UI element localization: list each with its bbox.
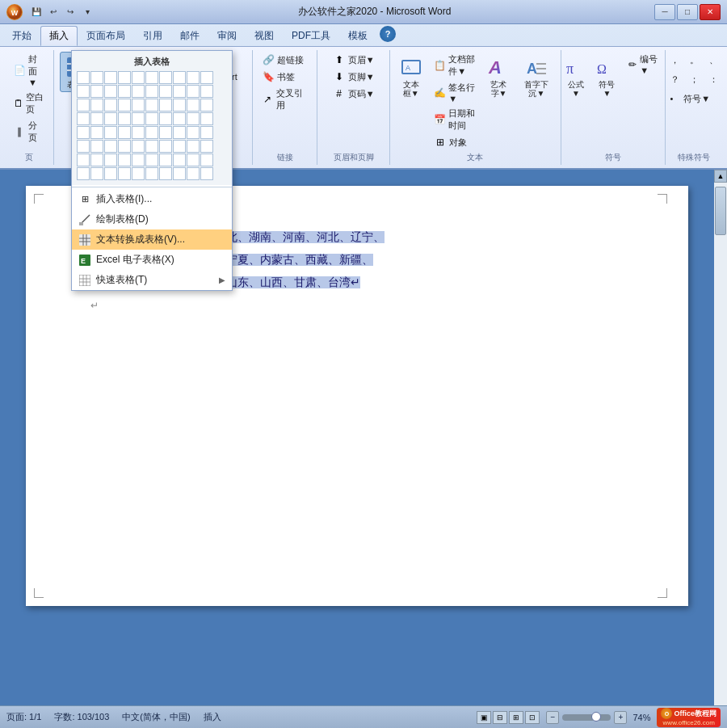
grid-cell[interactable] xyxy=(187,154,200,166)
datetime-btn[interactable]: 📅 日期和时间 xyxy=(430,106,480,133)
header-btn[interactable]: ⬆ 页眉▼ xyxy=(329,52,379,68)
grid-cell[interactable] xyxy=(173,154,186,166)
save-qa-btn[interactable]: 💾 xyxy=(29,6,44,19)
grid-cell[interactable] xyxy=(173,99,186,112)
dropcap-btn[interactable]: A 首字下沉▼ xyxy=(518,52,556,100)
grid-cell[interactable] xyxy=(77,126,90,139)
scroll-track[interactable] xyxy=(714,183,727,724)
footer-btn[interactable]: ⬇ 页脚▼ xyxy=(329,69,379,85)
grid-cell[interactable] xyxy=(159,71,172,84)
hyperlink-btn[interactable]: 🔗 超链接 xyxy=(258,52,312,68)
semicolon-btn[interactable]: ； xyxy=(686,71,703,87)
grid-cell[interactable] xyxy=(173,140,186,153)
grid-cell[interactable] xyxy=(118,167,131,180)
grid-cell[interactable] xyxy=(132,112,145,125)
grid-cell[interactable] xyxy=(173,167,186,180)
period-btn[interactable]: 。 xyxy=(686,52,703,68)
grid-cell[interactable] xyxy=(77,167,90,180)
grid-cell[interactable] xyxy=(200,154,213,166)
grid-cell[interactable] xyxy=(159,154,172,166)
page-break-btn[interactable]: ∥ 分页 xyxy=(10,118,48,145)
object-btn[interactable]: ⊞ 对象 xyxy=(430,134,480,150)
grid-cell[interactable] xyxy=(200,167,213,180)
draw-table-item[interactable]: 绘制表格(D) xyxy=(72,209,232,229)
grid-cell[interactable] xyxy=(200,140,213,153)
grid-cell[interactable] xyxy=(173,85,186,98)
grid-cell[interactable] xyxy=(200,85,213,98)
tab-start[interactable]: 开始 xyxy=(3,26,40,46)
tab-references[interactable]: 引用 xyxy=(134,26,171,46)
undo-qa-btn[interactable]: ↩ xyxy=(46,6,61,19)
grid-cell[interactable] xyxy=(118,112,131,125)
grid-cell[interactable] xyxy=(104,71,117,84)
comma-btn[interactable]: ， xyxy=(666,52,683,68)
grid-cell[interactable] xyxy=(104,126,117,139)
grid-cell[interactable] xyxy=(187,112,200,125)
grid-cell[interactable] xyxy=(118,140,131,153)
office-orb-icon[interactable]: W xyxy=(6,4,23,20)
grid-cell[interactable] xyxy=(118,154,131,166)
symbol-btn[interactable]: Ω 符号▼ xyxy=(592,52,621,100)
grid-cell[interactable] xyxy=(90,85,103,98)
grid-cell[interactable] xyxy=(173,71,186,84)
grid-cell[interactable] xyxy=(159,126,172,139)
tab-template[interactable]: 模板 xyxy=(339,26,376,46)
grid-cell[interactable] xyxy=(118,85,131,98)
enum-comma-btn[interactable]: 、 xyxy=(705,52,722,68)
close-button[interactable]: ✕ xyxy=(700,4,721,20)
maximize-button[interactable]: □ xyxy=(677,4,698,20)
grid-cell[interactable] xyxy=(187,71,200,84)
grid-cell[interactable] xyxy=(187,126,200,139)
view-btn-1[interactable]: ▣ xyxy=(477,711,491,724)
special-symbol-btn[interactable]: 符号▼ xyxy=(679,90,714,107)
grid-cell[interactable] xyxy=(118,126,131,139)
grid-cell[interactable] xyxy=(90,140,103,153)
grid-cell[interactable] xyxy=(90,112,103,125)
signature-btn[interactable]: ✍ 签名行▼ xyxy=(430,80,480,105)
grid-cell[interactable] xyxy=(132,85,145,98)
qa-dropdown-btn[interactable]: ▾ xyxy=(80,6,95,19)
question-btn[interactable]: ？ xyxy=(666,71,683,87)
scroll-thumb[interactable] xyxy=(715,187,726,235)
docparts-btn[interactable]: 📋 文档部件▼ xyxy=(430,52,480,79)
textbox-btn[interactable]: A 文本框▼ xyxy=(395,52,427,100)
view-btn-3[interactable]: ⊞ xyxy=(509,711,523,724)
grid-cell[interactable] xyxy=(132,140,145,153)
grid-cell[interactable] xyxy=(104,85,117,98)
grid-cell[interactable] xyxy=(132,126,145,139)
grid-cell[interactable] xyxy=(173,126,186,139)
grid-cell[interactable] xyxy=(90,71,103,84)
zoom-handle[interactable] xyxy=(591,712,601,722)
zoom-slider[interactable] xyxy=(562,714,611,721)
grid-cell[interactable] xyxy=(145,112,158,125)
grid-cell[interactable] xyxy=(145,167,158,180)
zoom-out-btn[interactable]: − xyxy=(546,711,559,724)
grid-cell[interactable] xyxy=(145,99,158,112)
grid-cell[interactable] xyxy=(159,85,172,98)
grid-cell[interactable] xyxy=(77,140,90,153)
pagenum-btn[interactable]: # 页码▼ xyxy=(329,86,379,102)
tab-mail[interactable]: 邮件 xyxy=(171,26,208,46)
grid-cell[interactable] xyxy=(145,71,158,84)
grid-cell[interactable] xyxy=(200,112,213,125)
number-btn[interactable]: ✏ 编号▼ xyxy=(624,52,665,77)
colon-btn[interactable]: ： xyxy=(705,71,722,87)
grid-cell[interactable] xyxy=(200,71,213,84)
grid-cell[interactable] xyxy=(77,71,90,84)
grid-cell[interactable] xyxy=(159,167,172,180)
grid-cell[interactable] xyxy=(77,85,90,98)
grid-cell[interactable] xyxy=(104,154,117,166)
grid-cell[interactable] xyxy=(187,140,200,153)
grid-cell[interactable] xyxy=(132,167,145,180)
grid-cell[interactable] xyxy=(90,126,103,139)
table-grid-cells[interactable] xyxy=(77,71,227,180)
excel-table-item[interactable]: E Excel 电子表格(X) xyxy=(72,250,232,270)
arttext-btn[interactable]: A 艺术字▼ xyxy=(483,52,515,100)
help-button[interactable]: ? xyxy=(380,26,396,42)
grid-cell[interactable] xyxy=(118,99,131,112)
grid-cell[interactable] xyxy=(90,167,103,180)
tab-insert[interactable]: 插入 xyxy=(40,26,78,46)
grid-cell[interactable] xyxy=(132,71,145,84)
grid-cell[interactable] xyxy=(104,140,117,153)
grid-cell[interactable] xyxy=(187,99,200,112)
